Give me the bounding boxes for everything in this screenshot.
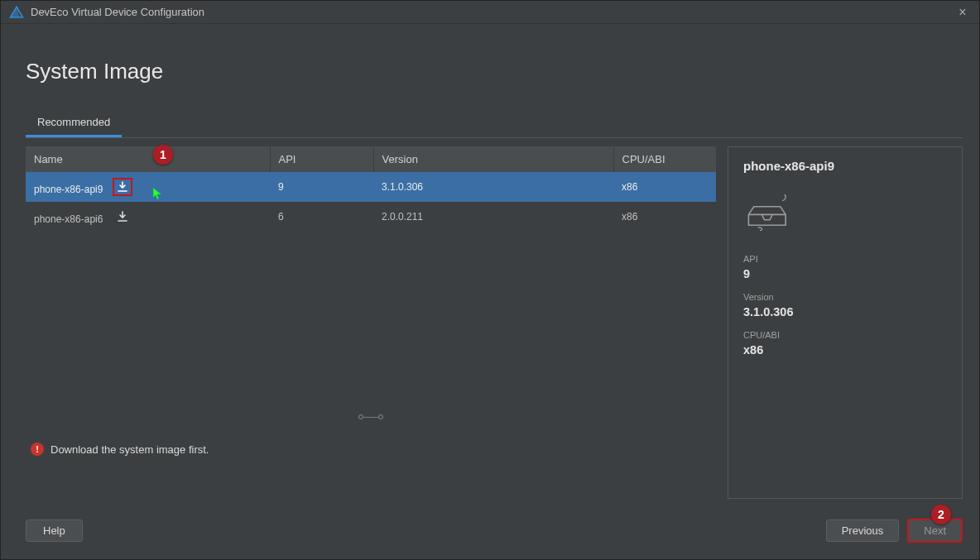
title-bar: DevEco Virtual Device Configuration × (1, 1, 979, 24)
annotation-badge-2: 2 (931, 505, 951, 524)
resize-handle-icon[interactable] (358, 411, 383, 421)
box-icon (743, 188, 796, 231)
detail-cpu-value: x86 (743, 343, 947, 357)
warning-text: Download the system image first. (50, 443, 209, 456)
image-table: 1 Name API Version CPU/ABI phon (26, 146, 716, 499)
annotation-badge-1: 1 (153, 145, 173, 165)
tab-recommended[interactable]: Recommended (26, 109, 122, 137)
row-name: phone-x86-api9 (34, 184, 103, 195)
cursor-icon (152, 187, 162, 200)
close-icon[interactable]: × (954, 5, 971, 20)
page-heading: System Image (26, 59, 963, 84)
row-version: 2.0.0.211 (373, 202, 613, 232)
content-area: System Image Recommended 1 Name API Vers… (26, 34, 963, 543)
download-icon[interactable] (113, 178, 132, 196)
detail-cpu-label: CPU/ABI (743, 330, 947, 340)
dialog-window: DevEco Virtual Device Configuration × Sy… (0, 0, 980, 560)
previous-button[interactable]: Previous (826, 519, 900, 542)
details-panel: phone-x86-api9 API 9 Version 3.1.0.306 C… (728, 146, 963, 499)
row-api: 9 (270, 172, 373, 202)
row-cpu: x86 (613, 202, 716, 232)
detail-api-label: API (743, 254, 947, 264)
help-button[interactable]: Help (26, 519, 83, 542)
row-name: phone-x86-api6 (34, 213, 103, 225)
body-row: 1 Name API Version CPU/ABI phon (26, 146, 963, 499)
detail-title: phone-x86-api9 (743, 159, 947, 173)
col-name[interactable]: Name (26, 146, 270, 172)
row-cpu: x86 (613, 172, 716, 202)
app-logo-icon (9, 6, 24, 19)
button-row: Help Previous Next (26, 519, 963, 543)
row-api: 6 (270, 202, 373, 232)
detail-api-value: 9 (743, 267, 947, 280)
table-row[interactable]: phone-x86-api9 9 3.1.0.306 x86 (26, 172, 716, 202)
col-version[interactable]: Version (373, 146, 613, 172)
warning-icon: ! (31, 443, 44, 456)
download-icon[interactable] (113, 208, 132, 226)
col-api[interactable]: API (270, 146, 373, 172)
table-row[interactable]: phone-x86-api6 6 2.0.0.211 x86 (26, 202, 716, 232)
warning-row: ! Download the system image first. (31, 429, 209, 456)
detail-ver-value: 3.1.0.306 (743, 305, 947, 318)
row-version: 3.1.0.306 (373, 172, 613, 202)
window-title: DevEco Virtual Device Configuration (31, 6, 954, 18)
tabs: Recommended (26, 109, 963, 138)
warning-message: ! Download the system image first. (31, 443, 209, 456)
detail-ver-label: Version (743, 292, 947, 302)
col-cpu[interactable]: CPU/ABI (613, 146, 716, 172)
